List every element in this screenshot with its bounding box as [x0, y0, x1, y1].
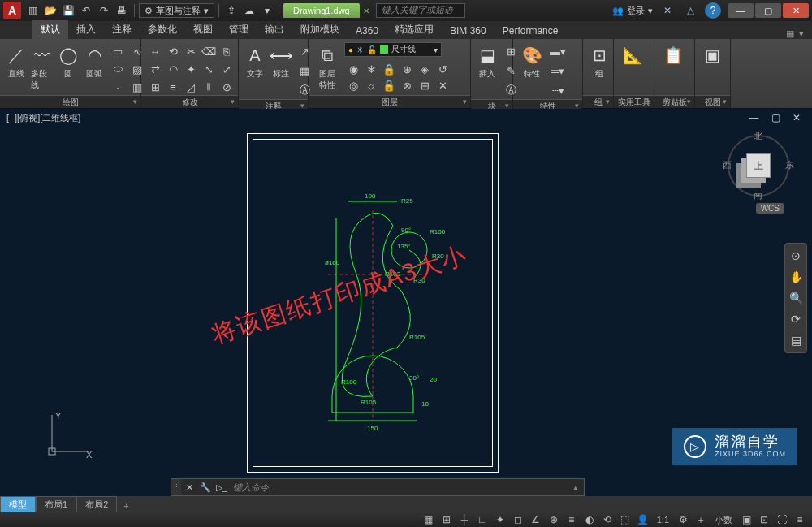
mirror-icon[interactable]: ⇄ [146, 60, 164, 78]
viewport-controls[interactable]: [‒][俯视][二维线框] [6, 112, 80, 124]
layer-prev-icon[interactable]: ↺ [434, 60, 451, 78]
layer-lock-icon[interactable]: 🔒 [380, 60, 398, 78]
nav-wheel-icon[interactable]: ⊙ [787, 247, 805, 265]
qat-more-icon[interactable]: ▾ [259, 2, 275, 19]
sb-ortho-icon[interactable]: ∟ [475, 514, 490, 525]
tab-output[interactable]: 输出 [257, 20, 292, 39]
break-icon[interactable]: ⊘ [218, 78, 235, 96]
ellipse-icon[interactable]: ⬭ [109, 60, 127, 78]
tab-layout2[interactable]: 布局2 [76, 496, 117, 512]
nav-orbit-icon[interactable]: ⟳ [787, 310, 805, 328]
tab-parametric[interactable]: 参数化 [140, 20, 185, 39]
insert-block-button[interactable]: ⬓插入 [476, 42, 499, 80]
app-icon[interactable]: A [3, 2, 21, 19]
copy-icon[interactable]: ⎘ [218, 42, 235, 60]
drawing-area[interactable]: [‒][俯视][二维线框] — ▢ ✕ [0, 109, 812, 496]
layer-del-icon[interactable]: ✕ [434, 76, 451, 94]
sb-scale[interactable]: 1:1 [654, 515, 672, 525]
tab-performance[interactable]: Performance [495, 23, 567, 39]
circle-button[interactable]: ◯圆 [57, 42, 80, 80]
cmd-close-icon[interactable]: ✕ [181, 482, 197, 493]
canvas[interactable]: 100 R25 90° R100 135° R30 R103 ø160 R30 … [19, 128, 776, 480]
rect-icon[interactable]: ▭ [109, 42, 127, 60]
layer-freeze-icon[interactable]: ❄ [362, 60, 380, 78]
sb-lw-icon[interactable]: ≡ [564, 514, 579, 525]
sb-hw-icon[interactable]: ⊡ [757, 514, 771, 525]
linetype-dd[interactable]: ┄▾ [549, 81, 567, 99]
rotate-icon[interactable]: ⟲ [164, 42, 182, 60]
viewcube[interactable]: 上 北 南 东 西 [726, 133, 791, 198]
login-button[interactable]: 👥 登录 ▾ [612, 5, 653, 17]
sb-grid-icon[interactable]: ⊞ [439, 514, 454, 525]
qat-new-icon[interactable]: ▥ [24, 2, 41, 19]
scale-icon[interactable]: ⤢ [218, 60, 235, 78]
tab-model[interactable]: 模型 [0, 496, 36, 512]
cmd-drag-handle[interactable]: ⋮ [171, 479, 181, 495]
add-layout-button[interactable]: + [117, 499, 135, 512]
utilities-button[interactable]: 📐 [619, 42, 646, 67]
qat-cloud-icon[interactable]: ☁ [241, 2, 257, 19]
layer-dropdown[interactable]: ● ☀ 🔓 尺寸线 ▾ [344, 42, 442, 57]
layer-change-icon[interactable]: ⊗ [398, 76, 416, 94]
chamfer-icon[interactable]: ◿ [182, 78, 200, 96]
layer-off-icon[interactable]: ◉ [344, 60, 362, 78]
dimension-button[interactable]: ⟷标注 [270, 42, 292, 80]
move-icon[interactable]: ↔ [146, 42, 164, 60]
bylayer-dd[interactable]: ▬▾ [549, 42, 567, 60]
clipboard-button[interactable]: 📋 [659, 42, 687, 67]
line-button[interactable]: ／直线 [5, 42, 28, 80]
sb-cycle-icon[interactable]: ⟲ [600, 514, 615, 525]
ucs-icon[interactable]: Y X [44, 411, 93, 462]
explode-icon[interactable]: ✦ [182, 60, 200, 78]
sb-gear-icon[interactable]: ⚙ [676, 514, 690, 525]
nav-zoom-icon[interactable]: 🔍 [787, 289, 805, 307]
sb-polar-icon[interactable]: ✦ [493, 514, 508, 525]
text-button[interactable]: A文字 [244, 42, 266, 80]
panel-modify-title[interactable]: 修改 [141, 95, 238, 108]
help-icon[interactable]: ? [705, 2, 721, 19]
layer-properties-button[interactable]: ⧉图层 特性 [313, 42, 341, 91]
arc-button[interactable]: ◠圆弧 [83, 42, 106, 80]
array-icon[interactable]: ⊞ [146, 78, 164, 96]
viewcube-top[interactable]: 上 [746, 153, 771, 178]
file-tab[interactable]: Drawing1.dwg [283, 3, 360, 18]
layer-on-icon[interactable]: ◎ [344, 76, 362, 94]
viewcube-west[interactable]: 西 [723, 159, 732, 171]
tab-layout1[interactable]: 布局1 [36, 496, 76, 512]
sb-model-icon[interactable]: ▦ [421, 514, 436, 525]
align-icon[interactable]: ⫴ [200, 78, 218, 96]
sb-3dosnap-icon[interactable]: ⬚ [618, 514, 633, 525]
viewcube-north[interactable]: 北 [754, 130, 762, 142]
sb-custom-icon[interactable]: ≡ [793, 514, 807, 525]
qat-undo-icon[interactable]: ↶ [78, 2, 94, 19]
qat-redo-icon[interactable]: ↷ [96, 2, 112, 19]
sb-osnap-icon[interactable]: ◻ [511, 514, 525, 525]
tab-bim360[interactable]: BIM 360 [442, 23, 495, 39]
autodesk-icon[interactable]: △ [682, 2, 698, 19]
sb-otrack-icon[interactable]: ∠ [529, 514, 543, 525]
polyline-button[interactable]: 〰多段线 [31, 42, 54, 91]
sb-clean-icon[interactable]: ⛶ [775, 514, 789, 525]
sb-plus-icon[interactable]: ＋ [693, 513, 708, 527]
cmd-wrench-icon[interactable]: 🔧 [197, 482, 214, 493]
offset-icon[interactable]: ≡ [164, 78, 182, 96]
qat-open-icon[interactable]: 📂 [42, 2, 58, 19]
sb-snap-icon[interactable]: ┼ [457, 514, 472, 525]
stretch-icon[interactable]: ⤡ [200, 60, 218, 78]
workspace-dropdown[interactable]: ⚙ 草图与注释 ▾ [139, 3, 214, 18]
tab-manage[interactable]: 管理 [221, 20, 257, 39]
erase-icon[interactable]: ⌫ [200, 42, 218, 60]
cmd-history-icon[interactable]: ▴ [568, 482, 584, 493]
panel-util-title[interactable]: 实用工具 [614, 95, 654, 108]
tab-annotate[interactable]: 注释 [104, 20, 140, 39]
sb-annoscale-icon[interactable]: 👤 [636, 514, 650, 525]
nav-showmotion-icon[interactable]: ▤ [787, 331, 805, 349]
panel-layer-title[interactable]: 图层 [309, 95, 470, 108]
group-button[interactable]: ⊡组 [588, 42, 611, 80]
tab-a360[interactable]: A360 [348, 23, 387, 39]
panel-draw-title[interactable]: 绘图 [0, 95, 140, 108]
tab-insert[interactable]: 插入 [68, 20, 104, 39]
ribbon-panel-icon[interactable]: ▦ [786, 28, 794, 39]
layer-merge-icon[interactable]: ⊞ [416, 76, 434, 94]
panel-clip-title[interactable]: 剪贴板 [654, 95, 694, 108]
